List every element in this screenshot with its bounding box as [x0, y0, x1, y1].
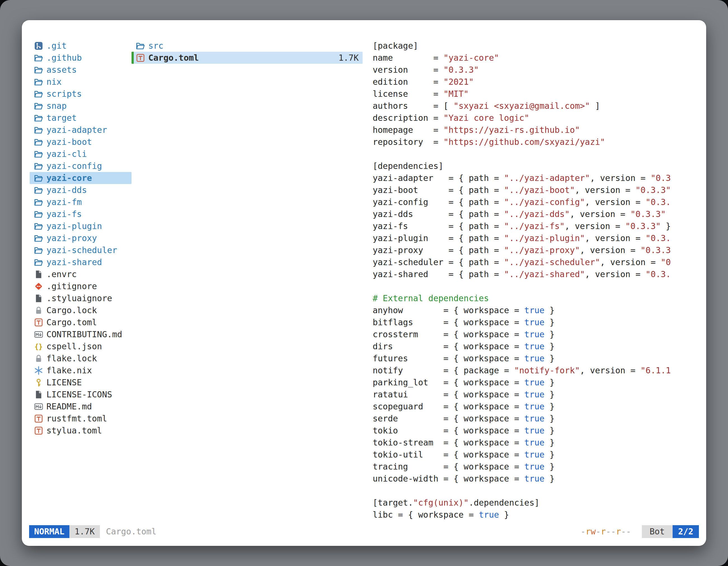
toml-icon	[34, 414, 43, 423]
file-row[interactable]: .envrc	[30, 268, 131, 280]
folder-open-icon	[34, 90, 43, 98]
file-row[interactable]: yazi-config	[30, 160, 131, 172]
file-name: yazi-plugin	[46, 220, 102, 232]
file-row[interactable]: yazi-scheduler	[30, 244, 131, 256]
file-row[interactable]: .gitignore	[30, 280, 131, 292]
file-row[interactable]: flake.lock	[30, 352, 131, 364]
file-name: scripts	[46, 88, 82, 100]
file-name: yazi-shared	[46, 256, 102, 268]
folder-open-icon	[34, 114, 43, 123]
file-name: yazi-adapter	[46, 124, 107, 136]
file-name: assets	[46, 64, 77, 76]
desktop-background: .git .github assets	[0, 0, 728, 566]
folder-open-icon	[136, 41, 145, 50]
file-permissions: -rw-r--r--	[581, 525, 631, 538]
file-name: yazi-boot	[46, 136, 92, 148]
lock-icon	[34, 354, 43, 363]
file-row[interactable]: src	[131, 40, 363, 52]
toml-icon	[136, 53, 145, 62]
status-filename: Cargo.toml	[106, 525, 157, 538]
file-name: CONTRIBUTING.md	[46, 328, 122, 340]
file-row[interactable]: Cargo.toml	[30, 316, 131, 328]
file-name: .gitignore	[46, 280, 97, 292]
file-name: LICENSE	[46, 376, 82, 388]
file-name: yazi-dds	[46, 184, 87, 196]
file-row[interactable]: README.md	[30, 400, 131, 412]
file-row[interactable]: stylua.toml	[30, 424, 131, 436]
file-row[interactable]: yazi-adapter	[30, 124, 131, 136]
file-row[interactable]: yazi-plugin	[30, 220, 131, 232]
file-name: yazi-config	[46, 160, 102, 172]
file-row[interactable]: yazi-cli	[30, 148, 131, 160]
file-row[interactable]: .git	[30, 40, 131, 52]
parent-directory-pane: .git .github assets	[30, 40, 131, 436]
file-name: src	[148, 40, 163, 52]
file-name: yazi-fs	[46, 208, 82, 220]
file-row[interactable]: nix	[30, 76, 131, 88]
license-icon	[34, 378, 43, 387]
json-icon	[34, 342, 43, 351]
file-row[interactable]: yazi-fm	[30, 196, 131, 208]
file-row[interactable]: assets	[30, 64, 131, 76]
file-row[interactable]: flake.nix	[30, 364, 131, 376]
file-icon	[34, 270, 43, 279]
file-row[interactable]: scripts	[30, 88, 131, 100]
folder-open-icon	[34, 78, 43, 86]
folder-open-icon	[34, 174, 43, 183]
folder-open-icon	[34, 53, 43, 62]
file-row[interactable]: yazi-proxy	[30, 232, 131, 244]
folder-open-icon	[34, 210, 43, 219]
file-name: .envrc	[46, 268, 77, 280]
file-name: .git	[46, 40, 67, 52]
folder-open-icon	[34, 258, 43, 267]
file-name: Cargo.lock	[46, 304, 97, 316]
file-row[interactable]: Cargo.toml 1.7K	[131, 52, 363, 64]
file-name: flake.nix	[46, 364, 92, 376]
toml-icon	[34, 318, 43, 327]
git-icon	[34, 41, 43, 50]
file-name: stylua.toml	[46, 424, 102, 436]
file-row[interactable]: CONTRIBUTING.md	[30, 328, 131, 340]
file-name: yazi-cli	[46, 148, 87, 160]
folder-open-icon	[34, 150, 43, 159]
file-row[interactable]: yazi-shared	[30, 256, 131, 268]
file-row[interactable]: .github	[30, 52, 131, 64]
file-row[interactable]: rustfmt.toml	[30, 412, 131, 424]
markdown-icon	[34, 330, 43, 339]
file-icon	[34, 390, 43, 399]
file-name: snap	[46, 100, 67, 112]
file-row[interactable]: Cargo.lock	[30, 304, 131, 316]
folder-open-icon	[34, 162, 43, 171]
file-name: yazi-proxy	[46, 232, 97, 244]
file-name: yazi-core	[46, 172, 92, 184]
folder-open-icon	[34, 65, 43, 74]
file-row[interactable]: .styluaignore	[30, 292, 131, 304]
file-row[interactable]: yazi-core	[30, 172, 131, 184]
nix-icon	[34, 366, 43, 375]
folder-open-icon	[34, 222, 43, 231]
file-name: rustfmt.toml	[46, 412, 107, 424]
file-row[interactable]: snap	[30, 100, 131, 112]
file-row[interactable]: LICENSE	[30, 376, 131, 388]
file-row[interactable]: cspell.json	[30, 340, 131, 352]
toml-icon	[34, 426, 43, 435]
yazi-terminal-window: .git .github assets	[22, 20, 706, 546]
file-row[interactable]: yazi-fs	[30, 208, 131, 220]
mode-indicator: NORMAL	[29, 525, 69, 538]
folder-open-icon	[34, 198, 43, 207]
file-size: 1.7K	[339, 52, 359, 64]
file-row[interactable]: yazi-dds	[30, 184, 131, 196]
folder-open-icon	[34, 102, 43, 111]
file-name: yazi-scheduler	[46, 244, 117, 256]
folder-open-icon	[34, 186, 43, 195]
file-size-chip: 1.7K	[69, 525, 100, 538]
file-name: nix	[46, 76, 62, 88]
file-row[interactable]: target	[30, 112, 131, 124]
file-row[interactable]: LICENSE-ICONS	[30, 388, 131, 400]
file-name: Cargo.toml	[46, 316, 97, 328]
file-row[interactable]: yazi-boot	[30, 136, 131, 148]
file-name: yazi-fm	[46, 196, 82, 208]
markdown-icon	[34, 402, 43, 411]
file-name: README.md	[46, 400, 92, 412]
gitignore-icon	[34, 282, 43, 291]
